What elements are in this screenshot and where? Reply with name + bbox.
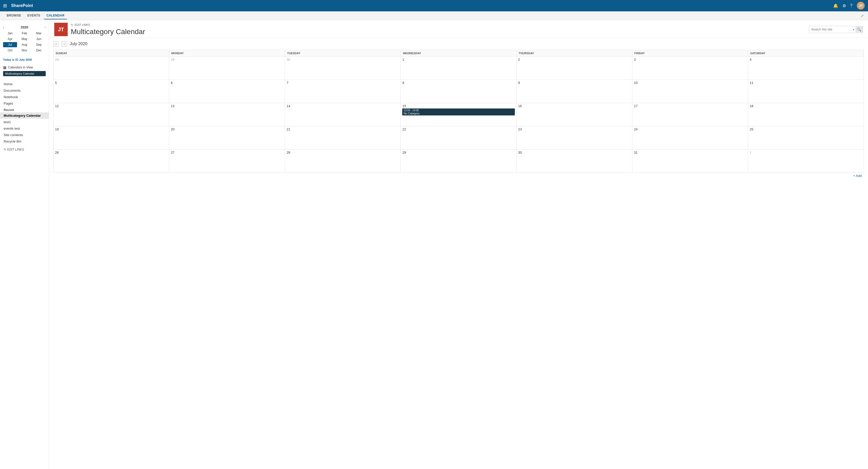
- nav-section: Home Documents Notebook Pages Recent Mul…: [0, 80, 49, 146]
- mini-month-sep[interactable]: Sep: [32, 42, 46, 47]
- avatar[interactable]: JT: [857, 2, 865, 10]
- col-sunday: SUNDAY: [54, 50, 169, 57]
- expand-icon[interactable]: ⤢: [861, 14, 864, 18]
- mini-cal-next[interactable]: ›: [45, 26, 46, 29]
- mini-cal-prev[interactable]: ‹: [3, 26, 4, 29]
- calendar-cell-w2d1[interactable]: 5: [54, 80, 169, 103]
- calendar-cell-w3d6[interactable]: 17: [632, 103, 748, 126]
- mini-month-nov[interactable]: Nov: [18, 48, 32, 53]
- calendar-cell-w4d6[interactable]: 24: [632, 126, 748, 150]
- calendar-cell-w5d5[interactable]: 30: [517, 150, 632, 173]
- mini-month-mar[interactable]: Mar: [32, 31, 46, 36]
- day-number: 31: [634, 151, 746, 154]
- mini-month-oct[interactable]: Oct: [3, 48, 17, 53]
- search-btn[interactable]: 🔍: [855, 26, 863, 33]
- sidebar-item-test1[interactable]: test1: [0, 119, 49, 125]
- day-number: 14: [286, 104, 399, 108]
- day-number: 16: [518, 104, 630, 108]
- help-icon[interactable]: ?: [850, 3, 852, 8]
- mini-month-aug[interactable]: Aug: [18, 42, 32, 47]
- calendar-cell-w5d7[interactable]: 1: [748, 150, 864, 173]
- sidebar-item-recycle-bin[interactable]: Recycle Bin: [0, 138, 49, 145]
- calendar-cell-w5d2[interactable]: 27: [169, 150, 285, 173]
- content-area: JT ✎ EDIT LINKS Multicategory Calendar ▾…: [49, 20, 868, 469]
- calendar-cell-w4d7[interactable]: 25: [748, 126, 864, 150]
- day-number: 5: [55, 81, 167, 85]
- calendar-cell-w1d3[interactable]: 30: [285, 57, 401, 80]
- calendar-cell-w5d6[interactable]: 31: [632, 150, 748, 173]
- sidebar-item-home[interactable]: Home: [0, 81, 49, 87]
- sidebar-item-site-contents[interactable]: Site contents: [0, 132, 49, 138]
- sidebar-item-pages[interactable]: Pages: [0, 100, 49, 107]
- calendar-week-3: 1213141513:00 - 14:00No Category161718: [54, 103, 864, 126]
- calendar-cell-w3d7[interactable]: 18: [748, 103, 864, 126]
- gear-icon[interactable]: ⚙: [842, 3, 846, 8]
- edit-links-btn[interactable]: ✎ EDIT LINKS: [71, 23, 145, 27]
- today-label[interactable]: Today is 31 July 2020: [0, 57, 49, 62]
- calendar-cell-w1d5[interactable]: 2: [517, 57, 632, 80]
- day-number: 9: [518, 81, 630, 85]
- calendar-cell-w2d3[interactable]: 7: [285, 80, 401, 103]
- calendar-cell-w5d1[interactable]: 26: [54, 150, 169, 173]
- bell-icon[interactable]: 🔔: [833, 3, 838, 8]
- search-dropdown-btn[interactable]: ▾: [852, 28, 855, 31]
- sidebar-item-notebook[interactable]: Notebook: [0, 94, 49, 100]
- calendar-cell-w2d6[interactable]: 10: [632, 80, 748, 103]
- sharepoint-title: SharePoint: [11, 3, 33, 8]
- calendar-item-multicategory[interactable]: Multicategory Calendar: [3, 71, 46, 76]
- cal-next-btn[interactable]: ›: [61, 41, 67, 47]
- col-wednesday: WEDNESDAY: [401, 50, 517, 57]
- calendar-cell-w3d1[interactable]: 12: [54, 103, 169, 126]
- calendar-cell-w4d5[interactable]: 23: [517, 126, 632, 150]
- col-tuesday: TUESDAY: [285, 50, 401, 57]
- add-event-link[interactable]: + Add: [53, 173, 864, 179]
- calendars-in-view: ▦ Calendars in View Multicategory Calend…: [0, 64, 49, 78]
- mini-month-feb[interactable]: Feb: [18, 31, 32, 36]
- calendar-cell-w3d4[interactable]: 1513:00 - 14:00No Category: [401, 103, 517, 126]
- day-number: 11: [750, 81, 862, 85]
- sidebar-item-events-test[interactable]: events test: [0, 125, 49, 132]
- mini-month-apr[interactable]: Apr: [3, 36, 17, 41]
- tab-events[interactable]: EVENTS: [25, 12, 43, 19]
- page-header-left: JT ✎ EDIT LINKS Multicategory Calendar: [54, 23, 145, 36]
- cal-prev-btn[interactable]: ‹: [53, 41, 59, 47]
- calendar-cell-w1d2[interactable]: 29: [169, 57, 285, 80]
- mini-month-jun[interactable]: Jun: [32, 36, 46, 41]
- sidebar-item-documents[interactable]: Documents: [0, 87, 49, 94]
- mini-month-jul[interactable]: Jul: [3, 42, 17, 47]
- sidebar-item-multicategory-calendar[interactable]: Multicategory Calendar: [0, 112, 49, 119]
- mini-month-jan[interactable]: Jan: [3, 31, 17, 36]
- search-input[interactable]: [809, 28, 852, 31]
- calendar-cell-w2d2[interactable]: 6: [169, 80, 285, 103]
- day-number: 12: [55, 104, 167, 108]
- calendar-cell-w1d1[interactable]: 28: [54, 57, 169, 80]
- calendar-cell-w2d7[interactable]: 11: [748, 80, 864, 103]
- mini-month-dec[interactable]: Dec: [32, 48, 46, 53]
- event-block[interactable]: 13:00 - 14:00No Category: [402, 108, 515, 116]
- top-nav-left: ⊞ SharePoint: [3, 3, 33, 8]
- calendar-cell-w4d2[interactable]: 20: [169, 126, 285, 150]
- calendar-cell-w3d2[interactable]: 13: [169, 103, 285, 126]
- calendar-cell-w5d4[interactable]: 29: [401, 150, 517, 173]
- calendar-cell-w4d3[interactable]: 21: [285, 126, 401, 150]
- day-number: 29: [402, 151, 515, 154]
- calendar-cell-w3d3[interactable]: 14: [285, 103, 401, 126]
- calendar-cell-w2d5[interactable]: 9: [517, 80, 632, 103]
- mini-month-may[interactable]: May: [18, 36, 32, 41]
- calendar-cell-w5d3[interactable]: 28: [285, 150, 401, 173]
- event-title: No Category: [404, 112, 513, 115]
- calendar-cell-w1d4[interactable]: 1: [401, 57, 517, 80]
- sidebar-edit-links-btn[interactable]: ✎ EDIT LINKS: [0, 146, 49, 153]
- day-number: 8: [402, 81, 515, 85]
- calendar-cell-w3d5[interactable]: 16: [517, 103, 632, 126]
- col-monday: MONDAY: [169, 50, 285, 57]
- calendar-cell-w1d7[interactable]: 4: [748, 57, 864, 80]
- calendar-cell-w4d1[interactable]: 19: [54, 126, 169, 150]
- calendar-cell-w1d6[interactable]: 3: [632, 57, 748, 80]
- waffle-icon[interactable]: ⊞: [3, 3, 7, 8]
- tab-calendar[interactable]: CALENDAR: [44, 12, 67, 19]
- day-number: 17: [634, 104, 746, 108]
- calendar-cell-w4d4[interactable]: 22: [401, 126, 517, 150]
- calendar-cell-w2d4[interactable]: 8: [401, 80, 517, 103]
- tab-browse[interactable]: BROWSE: [4, 12, 24, 19]
